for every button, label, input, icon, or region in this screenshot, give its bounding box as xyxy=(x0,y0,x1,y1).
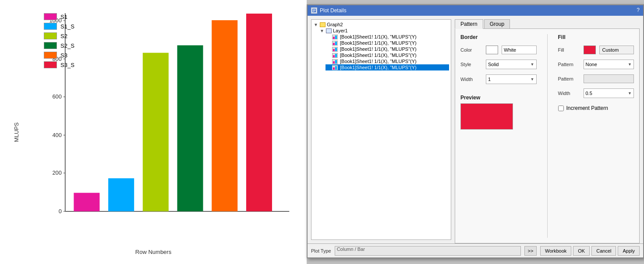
apply-button[interactable]: Apply xyxy=(618,246,640,256)
tree-item-label-1: [Book1]Sheet1! 1/1(X), "MLUPS"(Y) xyxy=(340,40,417,46)
tree-graph2[interactable]: ▼ Graph2 xyxy=(313,21,449,28)
border-style-label: Style xyxy=(460,62,482,67)
tree-item-1[interactable]: [Book1]Sheet1! 1/1(X), "MLUPS"(Y) xyxy=(326,40,449,46)
legend-color-s1 xyxy=(44,13,57,20)
folder-icon-layer1 xyxy=(326,28,332,33)
tree-item-label-4: [Book1]Sheet1! 1/1(X), "MLUPS"(Y) xyxy=(340,59,417,64)
bar-icon-4 xyxy=(332,59,338,64)
fill-custom-btn[interactable]: Custom xyxy=(599,46,634,54)
tree-item-0[interactable]: [Book1]Sheet1! 1/1(X), "MLUPS"(Y) xyxy=(326,34,449,40)
fill-pattern-arrow: ▼ xyxy=(628,62,632,67)
tree-item-label-3: [Book1]Sheet1! 1/1(X), "MLUPS"(Y) xyxy=(340,53,417,58)
bottom-bar: Plot Type Column / Bar >> Workbook OK Ca… xyxy=(308,243,643,257)
props-panel: Pattern Group Border Color White Style xyxy=(455,19,640,243)
svg-text:200: 200 xyxy=(53,169,62,176)
action-buttons: Workbook OK Cancel Apply xyxy=(540,246,640,256)
tab-group[interactable]: Group xyxy=(484,19,510,28)
preview-box xyxy=(460,103,513,130)
border-color-label: Color xyxy=(460,47,482,53)
preview-label: Preview xyxy=(460,95,537,101)
svg-text:400: 400 xyxy=(53,132,62,138)
workbook-button[interactable]: Workbook xyxy=(540,246,571,256)
fill-label: Fill xyxy=(558,47,580,53)
x-axis-label: Row Numbers xyxy=(135,249,171,255)
border-color-box[interactable] xyxy=(486,46,498,54)
legend-item-s1: S1 xyxy=(44,13,74,20)
fill-pattern-width-row: Pattern xyxy=(558,74,634,83)
tree-item-3[interactable]: [Book1]Sheet1! 1/1(X), "MLUPS"(Y) xyxy=(326,52,449,58)
legend-label-s2s: S2_S xyxy=(60,42,74,49)
plot-type-label: Plot Type xyxy=(311,248,331,253)
border-section-title: Border xyxy=(460,34,537,40)
fill-width-row: Width 0.5 ▼ xyxy=(558,88,634,98)
border-width-arrow: ▼ xyxy=(531,77,534,81)
plot-type-select[interactable]: Column / Bar xyxy=(335,246,521,256)
legend-color-s3 xyxy=(44,52,57,59)
increment-pattern-row: Increment Pattern xyxy=(558,105,634,111)
fill-pattern-row: Pattern None ▼ xyxy=(558,60,634,69)
fill-width-label: Width xyxy=(558,91,580,96)
plot-type-value: Column / Bar xyxy=(337,246,365,252)
tree-layer1-label: Layer1 xyxy=(333,28,348,33)
border-style-select[interactable]: Solid ▼ xyxy=(486,60,537,69)
svg-rect-16 xyxy=(143,53,169,211)
fill-color-row: Fill Custom xyxy=(558,46,634,54)
fill-color-btn[interactable] xyxy=(584,46,596,54)
fill-section: Fill Fill Custom Pattern None ▼ xyxy=(558,34,634,238)
props-content: Border Color White Style Solid ▼ xyxy=(455,28,640,243)
border-style-arrow: ▼ xyxy=(531,62,534,67)
border-color-value[interactable]: White xyxy=(502,46,537,54)
fill-pattern-label: Pattern xyxy=(558,62,580,67)
legend-label-s3: S3 xyxy=(60,52,67,59)
fill-section-title: Fill xyxy=(558,34,634,40)
tree-panel[interactable]: ▼ Graph2 ▼ Layer1 [Book1]Sheet1! xyxy=(311,19,451,240)
pattern-preview-box xyxy=(584,74,634,83)
svg-text:0: 0 xyxy=(59,208,62,215)
border-width-value: 1 xyxy=(488,77,491,82)
arrow-button[interactable]: >> xyxy=(524,246,537,256)
tree-item-label-2: [Book1]Sheet1! 1/1(X), "MLUPS"(Y) xyxy=(340,46,417,52)
fill-pattern-select[interactable]: None ▼ xyxy=(584,60,634,69)
svg-text:600: 600 xyxy=(53,93,62,100)
svg-rect-14 xyxy=(74,193,99,211)
svg-rect-15 xyxy=(108,178,134,211)
tree-toggle-graph2[interactable]: ▼ xyxy=(313,22,318,27)
svg-rect-18 xyxy=(212,20,237,211)
svg-rect-19 xyxy=(246,14,272,211)
legend-item-s3s: S3_S xyxy=(44,61,74,68)
chart-legend: S1 S1_S S2 S2_S S3 S3_S xyxy=(44,13,74,68)
border-width-label: Width xyxy=(460,77,482,82)
folder-icon-graph2 xyxy=(320,22,326,27)
increment-pattern-checkbox[interactable] xyxy=(558,106,564,111)
legend-item-s2s: S2_S xyxy=(44,42,74,49)
tree-item-5[interactable]: [Book1]Sheet1! 1/1(X), "MLUPS"(Y) xyxy=(326,64,449,70)
fill-pattern-value: None xyxy=(586,62,597,67)
legend-item-s3: S3 xyxy=(44,52,74,59)
legend-label-s3s: S3_S xyxy=(60,62,74,68)
preview-section: Preview xyxy=(460,95,537,130)
bar-icon-5 xyxy=(332,65,338,70)
bar-icon-0 xyxy=(332,35,338,39)
tree-item-2[interactable]: [Book1]Sheet1! 1/1(X), "MLUPS"(Y) xyxy=(326,46,449,52)
tree-toggle-layer1[interactable]: ▼ xyxy=(319,28,325,33)
y-axis-label: MLUPS xyxy=(13,122,20,142)
tree-layer1[interactable]: ▼ Layer1 xyxy=(319,28,449,34)
plot-details-dialog: Plot Details ? ▼ Graph2 ▼ Layer1 xyxy=(307,4,644,258)
border-color-row: Color White xyxy=(460,46,537,54)
dialog-help-btn[interactable]: ? xyxy=(637,7,640,13)
fill-width-select[interactable]: 0.5 ▼ xyxy=(584,88,634,98)
ok-button[interactable]: OK xyxy=(573,246,590,256)
legend-label-s2: S2 xyxy=(60,33,67,39)
tree-item-4[interactable]: [Book1]Sheet1! 1/1(X), "MLUPS"(Y) xyxy=(326,58,449,64)
dialog-icon xyxy=(311,7,317,14)
tab-pattern[interactable]: Pattern xyxy=(455,19,483,29)
cancel-button[interactable]: Cancel xyxy=(591,246,616,256)
border-section: Border Color White Style Solid ▼ xyxy=(460,34,537,238)
props-tabs: Pattern Group xyxy=(455,19,640,28)
dialog-titlebar: Plot Details ? xyxy=(308,5,643,16)
border-width-select[interactable]: 1 ▼ xyxy=(486,74,537,84)
svg-rect-17 xyxy=(177,45,203,211)
legend-color-s2s xyxy=(44,42,57,49)
tree-item-label-5: [Book1]Sheet1! 1/1(X), "MLUPS"(Y) xyxy=(340,65,417,70)
legend-label-s1: S1 xyxy=(60,14,67,20)
